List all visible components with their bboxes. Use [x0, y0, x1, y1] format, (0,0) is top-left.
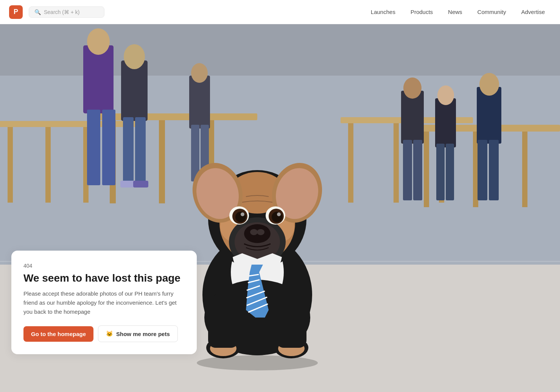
svg-point-70 — [257, 229, 264, 235]
go-to-homepage-button[interactable]: Go to the homepage — [23, 326, 93, 342]
svg-rect-35 — [403, 140, 412, 200]
show-more-pets-label: Show me more pets — [116, 331, 170, 337]
svg-rect-22 — [102, 110, 115, 185]
logo-letter: P — [14, 8, 18, 16]
svg-rect-19 — [522, 132, 527, 207]
svg-rect-29 — [133, 181, 148, 187]
navbar: P 🔍 Search (⌘ + k) Launches Products New… — [0, 0, 560, 24]
nav-link-launches[interactable]: Launches — [365, 6, 401, 18]
svg-point-45 — [479, 73, 499, 96]
nav-link-news[interactable]: News — [442, 6, 468, 18]
svg-rect-40 — [446, 144, 454, 200]
error-code: 404 — [23, 263, 185, 269]
nav-links: Launches Products News Community Adverti… — [365, 6, 551, 18]
error-description: Please accept these adorable photos of o… — [23, 289, 185, 316]
svg-rect-21 — [87, 110, 100, 185]
pets-emoji: 🐱 — [106, 330, 113, 337]
svg-rect-38 — [435, 98, 456, 147]
error-actions: Go to the homepage 🐱 Show me more pets — [23, 325, 185, 342]
search-icon: 🔍 — [34, 9, 41, 15]
show-more-pets-button[interactable]: 🐱 Show me more pets — [98, 325, 178, 342]
svg-point-23 — [87, 28, 110, 55]
error-card: 404 We seem to have lost this page Pleas… — [11, 251, 197, 354]
nav-link-advertise[interactable]: Advertise — [515, 6, 551, 18]
search-bar[interactable]: 🔍 Search (⌘ + k) — [29, 6, 104, 18]
svg-rect-54 — [208, 314, 238, 348]
search-placeholder: Search (⌘ + k) — [44, 9, 80, 15]
svg-point-41 — [437, 85, 454, 105]
svg-point-69 — [250, 229, 258, 235]
svg-point-87 — [197, 355, 318, 370]
svg-point-76 — [272, 212, 282, 222]
svg-rect-43 — [478, 140, 487, 200]
nav-link-products[interactable]: Products — [404, 6, 439, 18]
svg-rect-55 — [276, 314, 306, 348]
svg-rect-28 — [120, 181, 135, 187]
svg-rect-14 — [394, 123, 399, 203]
svg-rect-6 — [45, 127, 51, 203]
svg-point-68 — [244, 224, 271, 243]
svg-rect-24 — [121, 60, 148, 121]
svg-point-78 — [277, 212, 281, 216]
svg-rect-10 — [159, 120, 165, 203]
svg-rect-26 — [135, 117, 146, 185]
error-title: We seem to have lost this page — [23, 272, 185, 285]
svg-rect-44 — [489, 140, 499, 200]
svg-rect-25 — [123, 117, 134, 185]
svg-point-33 — [191, 63, 208, 83]
logo[interactable]: P — [9, 5, 23, 19]
svg-rect-36 — [413, 140, 422, 200]
svg-rect-13 — [348, 123, 353, 203]
svg-point-27 — [124, 44, 145, 69]
svg-rect-20 — [83, 45, 114, 113]
svg-point-77 — [241, 212, 244, 216]
svg-point-37 — [403, 77, 422, 99]
svg-rect-5 — [8, 127, 13, 203]
svg-rect-17 — [424, 132, 429, 207]
svg-rect-39 — [436, 144, 445, 200]
nav-link-community[interactable]: Community — [471, 6, 512, 18]
svg-rect-30 — [189, 76, 210, 129]
svg-point-75 — [235, 212, 246, 222]
